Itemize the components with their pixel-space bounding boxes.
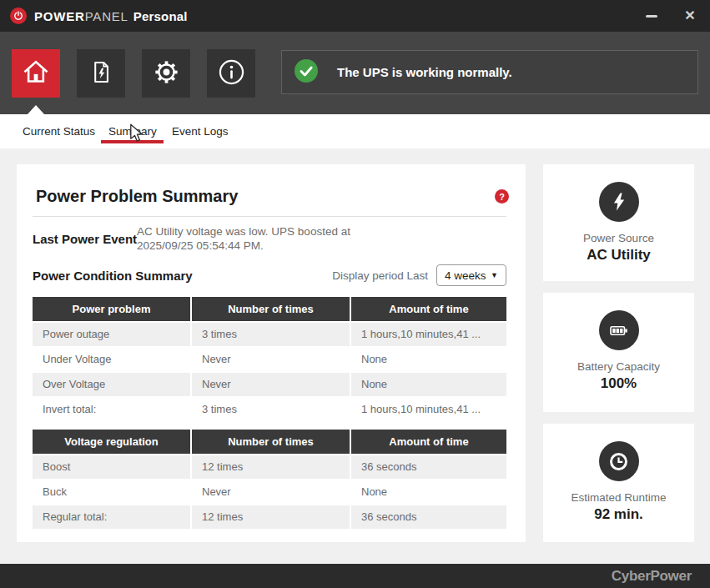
close-icon: ✕	[684, 9, 695, 23]
table-cell: Never	[192, 348, 350, 371]
table-cell: 12 times	[192, 505, 350, 529]
table-cell: Over Voltage	[33, 373, 190, 396]
clock-icon	[599, 441, 639, 481]
last-power-event-row: Last Power Event AC Utility voltage was …	[33, 224, 526, 253]
last-power-event-label: Last Power Event	[33, 232, 137, 246]
document-bolt-icon	[88, 58, 115, 89]
estimated-runtime-card: Estimated Runtime 92 min.	[543, 424, 694, 542]
gear-icon	[152, 58, 181, 90]
battery-capacity-label: Battery Capacity	[577, 360, 660, 373]
panel-title: Power Problem Summary	[36, 187, 238, 206]
estimated-runtime-label: Estimated Runtime	[571, 491, 666, 504]
content-area: Power Problem Summary ? Last Power Event…	[0, 148, 710, 564]
power-source-value: AC Utility	[587, 247, 651, 264]
status-ok-icon	[294, 58, 319, 87]
tab-current-status[interactable]: Current Status	[23, 114, 95, 148]
brand-suffix: Personal	[133, 9, 188, 23]
nav-home-button[interactable]	[12, 49, 60, 98]
last-power-event-text: AC Utility voltage was low. UPS boosted …	[137, 224, 397, 253]
display-period-group: Display period Last 4 weeks ▼	[332, 264, 506, 286]
tab-bar: Current Status Summary Event Logs	[0, 114, 710, 148]
table-cell: Power outage	[33, 323, 190, 346]
table-cell: None	[351, 373, 506, 396]
display-period-value: 4 weeks	[445, 269, 486, 282]
power-problem-table: Power problem Number of times Amount of …	[33, 297, 506, 421]
battery-capacity-card: Battery Capacity 100%	[543, 293, 694, 412]
table-cell: Never	[192, 480, 350, 504]
mouse-cursor-icon	[128, 123, 146, 147]
table-cell: 3 times	[192, 398, 350, 421]
table-cell: Invert total:	[33, 398, 190, 421]
footer-bar: CyberPower	[0, 564, 710, 588]
powerpanel-logo-icon	[10, 8, 27, 24]
brand-power: POWER	[34, 9, 85, 23]
table-cell: 36 seconds	[351, 455, 506, 479]
display-period-label: Display period Last	[332, 269, 428, 282]
chevron-down-icon: ▼	[491, 271, 498, 279]
info-icon	[217, 58, 246, 90]
home-icon	[21, 57, 51, 90]
close-button[interactable]: ✕	[678, 4, 702, 28]
table-header-cell: Amount of time	[351, 297, 506, 321]
table-cell: None	[351, 348, 506, 371]
table-header-cell: Number of times	[192, 430, 350, 454]
power-source-label: Power Source	[583, 232, 654, 244]
table-header-cell: Power problem	[33, 297, 190, 321]
window-controls: ✕	[640, 0, 702, 32]
table-cell: Regular total:	[33, 505, 190, 529]
titlebar: POWERPANELPersonal ✕	[0, 0, 710, 32]
active-tab-pointer	[28, 105, 44, 114]
power-condition-summary-row: Power Condition Summary Display period L…	[33, 264, 506, 286]
table-cell: 3 times	[192, 323, 350, 346]
table-cell: None	[351, 480, 506, 504]
table-cell: Under Voltage	[33, 348, 190, 371]
table-cell: 1 hours,10 minutes,41 ...	[351, 323, 506, 346]
logo-power-text: Power	[650, 568, 692, 584]
minimize-button[interactable]	[640, 4, 663, 28]
table-cell: 1 hours,10 minutes,41 ...	[351, 398, 506, 421]
header-strip: The UPS is working normally.	[0, 32, 710, 114]
display-period-select[interactable]: 4 weeks ▼	[436, 264, 506, 286]
minimize-icon	[646, 15, 657, 18]
power-condition-summary-label: Power Condition Summary	[33, 269, 193, 283]
power-source-card: Power Source AC Utility	[543, 164, 694, 281]
battery-icon	[599, 310, 639, 350]
status-message: The UPS is working normally.	[337, 65, 512, 79]
table-cell: 36 seconds	[351, 505, 506, 529]
table-cell: Buck	[33, 480, 190, 504]
nav-about-button[interactable]	[207, 49, 255, 98]
logo-cyber-text: Cyber	[612, 568, 651, 584]
table-cell: Never	[192, 373, 350, 396]
power-problem-summary-panel: Power Problem Summary ? Last Power Event…	[17, 164, 526, 542]
voltage-regulation-table: Voltage regulation Number of times Amoun…	[33, 430, 506, 529]
table-header-cell: Number of times	[192, 297, 350, 321]
help-icon[interactable]: ?	[495, 189, 509, 204]
title-divider	[33, 216, 506, 217]
nav-settings-button[interactable]	[142, 49, 190, 98]
table-cell: 12 times	[192, 455, 350, 479]
brand-panel: PANEL	[85, 9, 128, 23]
table-header-cell: Voltage regulation	[33, 430, 190, 454]
estimated-runtime-value: 92 min.	[594, 506, 643, 523]
tab-event-logs[interactable]: Event Logs	[172, 114, 229, 148]
ups-status-banner: The UPS is working normally.	[281, 50, 698, 94]
battery-capacity-value: 100%	[601, 375, 637, 392]
cyberpower-logo: CyberPower	[612, 568, 692, 585]
app-title: POWERPANELPersonal	[34, 9, 188, 23]
nav-event-log-button[interactable]	[77, 49, 125, 98]
bolt-icon	[599, 182, 639, 222]
table-cell: Boost	[33, 455, 190, 479]
table-header-cell: Amount of time	[351, 430, 506, 454]
